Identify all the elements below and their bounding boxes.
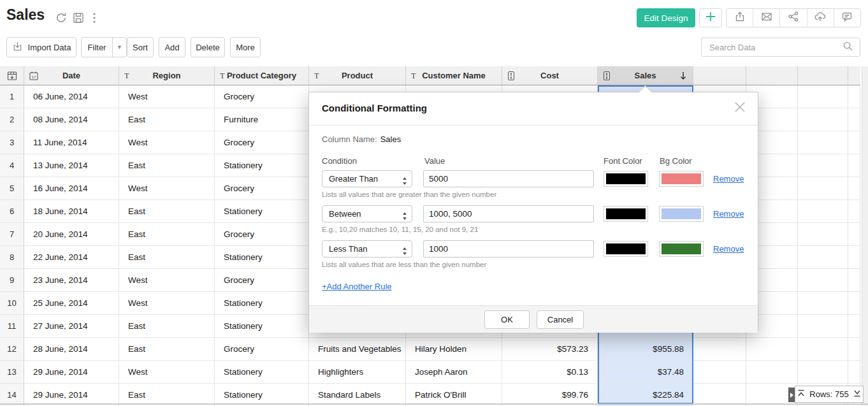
value-input[interactable] [423, 240, 594, 257]
row-number-cell[interactable]: 4 [0, 154, 24, 177]
font-color-swatch[interactable] [604, 241, 648, 257]
column-header-customer-name[interactable]: T Customer Name [406, 66, 502, 85]
empty-cell[interactable] [848, 223, 860, 246]
region-cell[interactable]: East [119, 154, 215, 177]
region-cell[interactable]: West [119, 177, 215, 200]
empty-cell[interactable] [693, 338, 746, 361]
bg-color-swatch[interactable] [659, 206, 704, 222]
product-cell[interactable]: Fruits and Vegetables [309, 338, 406, 361]
sales-cell[interactable]: $37.48 [598, 361, 693, 384]
product-cell[interactable]: Standard Labels [309, 384, 406, 406]
empty-cell[interactable] [746, 361, 798, 384]
date-cell[interactable]: 13 June, 2014 [24, 154, 119, 177]
row-number-cell[interactable]: 1 [0, 85, 24, 108]
empty-cell[interactable] [848, 154, 860, 177]
empty-cell[interactable] [848, 315, 860, 338]
category-cell[interactable]: Stationery [215, 246, 309, 269]
remove-rule-link[interactable]: Remove [713, 240, 744, 257]
export-button[interactable] [727, 9, 753, 27]
region-cell[interactable]: West [119, 269, 215, 292]
region-cell[interactable]: East [119, 315, 215, 338]
save-icon[interactable] [72, 11, 85, 24]
row-number-cell[interactable]: 10 [0, 292, 24, 315]
empty-cell[interactable] [798, 154, 848, 177]
column-header-sales[interactable]: Sales [598, 66, 693, 85]
empty-cell[interactable] [798, 223, 848, 246]
column-header-product[interactable]: T Product [309, 66, 406, 85]
column-header-region[interactable]: T Region [119, 66, 215, 85]
region-cell[interactable]: East [119, 108, 215, 131]
date-cell[interactable]: 06 June, 2014 [24, 85, 119, 108]
empty-cell[interactable] [798, 108, 848, 131]
refresh-icon[interactable] [55, 11, 68, 24]
region-cell[interactable]: East [119, 200, 215, 223]
font-color-swatch[interactable] [604, 206, 648, 222]
ok-button[interactable]: OK [484, 310, 530, 329]
empty-cell[interactable] [798, 177, 848, 200]
import-data-button[interactable]: Import Data [6, 37, 76, 57]
category-cell[interactable]: Furniture [215, 108, 309, 131]
empty-column-header[interactable] [798, 66, 848, 85]
category-cell[interactable]: Grocery [215, 269, 309, 292]
empty-cell[interactable] [798, 361, 848, 384]
more-vertical-icon[interactable] [90, 11, 99, 24]
date-cell[interactable]: 20 June, 2014 [24, 223, 119, 246]
category-cell[interactable]: Stationery [215, 154, 309, 177]
empty-cell[interactable] [848, 108, 860, 131]
corner-header-cell[interactable] [0, 66, 24, 85]
date-cell[interactable]: 11 June, 2014 [24, 131, 119, 154]
comments-button[interactable] [834, 9, 860, 27]
empty-cell[interactable] [848, 85, 860, 108]
row-number-cell[interactable]: 2 [0, 108, 24, 131]
date-cell[interactable]: 23 June, 2014 [24, 269, 119, 292]
value-input[interactable] [423, 205, 594, 222]
sales-cell[interactable]: $225.84 [598, 384, 693, 406]
category-cell[interactable]: Stationery [215, 315, 309, 338]
empty-cell[interactable] [848, 131, 860, 154]
condition-select[interactable]: Greater Than [322, 170, 412, 187]
column-header-cost[interactable]: Cost [502, 66, 598, 85]
customer-cell[interactable]: Hilary Holden [406, 338, 502, 361]
dialog-close-button[interactable] [732, 101, 748, 116]
cost-cell[interactable]: $0.13 [502, 361, 598, 384]
empty-cell[interactable] [848, 361, 860, 384]
date-cell[interactable]: 28 June, 2014 [24, 338, 119, 361]
row-number-cell[interactable]: 3 [0, 131, 24, 154]
scroll-to-bottom-icon[interactable] [853, 389, 861, 399]
cancel-button[interactable]: Cancel [537, 310, 584, 329]
empty-cell[interactable] [798, 131, 848, 154]
empty-cell[interactable] [746, 338, 798, 361]
search-input[interactable] [708, 42, 843, 53]
date-cell[interactable]: 16 June, 2014 [24, 177, 119, 200]
category-cell[interactable]: Grocery [215, 131, 309, 154]
empty-column-header[interactable] [746, 66, 798, 85]
empty-column-header[interactable] [693, 66, 746, 85]
customer-cell[interactable]: Joseph Aaron [406, 361, 502, 384]
publish-button[interactable] [807, 9, 834, 27]
region-cell[interactable]: East [119, 223, 215, 246]
filter-dropdown-button[interactable]: ▼ [112, 38, 126, 57]
delete-button[interactable]: Delete [191, 37, 225, 57]
empty-cell[interactable] [848, 200, 860, 223]
customer-cell[interactable]: Patrick O'Brill [406, 384, 502, 406]
category-cell[interactable]: Grocery [215, 338, 309, 361]
category-cell[interactable]: Grocery [215, 223, 309, 246]
empty-cell[interactable] [798, 338, 848, 361]
region-cell[interactable]: West [119, 85, 215, 108]
condition-select[interactable]: Between [322, 205, 412, 222]
empty-cell[interactable] [798, 292, 848, 315]
date-cell[interactable]: 25 June, 2014 [24, 292, 119, 315]
remove-rule-link[interactable]: Remove [713, 170, 744, 187]
filter-button[interactable]: Filter [82, 38, 112, 57]
region-cell[interactable]: East [119, 338, 215, 361]
region-cell[interactable]: East [119, 246, 215, 269]
empty-cell[interactable] [693, 361, 746, 384]
category-cell[interactable]: Stationery [215, 361, 309, 384]
row-number-cell[interactable]: 7 [0, 223, 24, 246]
more-button[interactable]: More [230, 37, 261, 57]
value-input[interactable] [423, 170, 594, 187]
row-number-cell[interactable]: 9 [0, 269, 24, 292]
empty-cell[interactable] [848, 177, 860, 200]
add-button[interactable]: Add [159, 37, 185, 57]
scroll-to-top-icon[interactable] [797, 389, 805, 399]
